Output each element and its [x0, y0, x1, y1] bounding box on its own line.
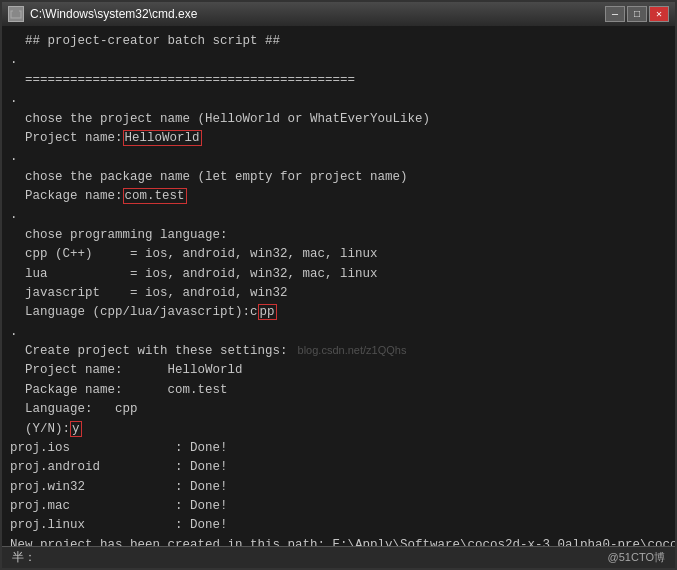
console-line: lua = ios, android, win32, mac, linux — [10, 265, 667, 284]
titlebar-controls: — □ ✕ — [605, 6, 669, 22]
console-line: proj.linux : Done! — [10, 516, 667, 535]
console-line: Project name:HelloWorld — [10, 129, 667, 148]
window-icon — [8, 6, 24, 22]
console-line: Project name: HelloWorld — [10, 361, 667, 380]
window: C:\Windows\system32\cmd.exe — □ ✕ ## pro… — [0, 0, 677, 570]
console-line: . — [10, 206, 667, 225]
console-line: . — [10, 323, 667, 342]
console-line: . — [10, 148, 667, 167]
titlebar-left: C:\Windows\system32\cmd.exe — [8, 6, 197, 22]
console-area: ## project-creator batch script ##. ====… — [2, 26, 675, 546]
console-output: ## project-creator batch script ##. ====… — [2, 26, 675, 546]
maximize-button[interactable]: □ — [627, 6, 647, 22]
svg-rect-0 — [11, 11, 21, 18]
console-line: Package name:com.test — [10, 187, 667, 206]
console-line: . — [10, 51, 667, 70]
window-title: C:\Windows\system32\cmd.exe — [30, 7, 197, 21]
console-line: (Y/N):y — [10, 420, 667, 439]
console-line: proj.android : Done! — [10, 458, 667, 477]
console-line: proj.win32 : Done! — [10, 478, 667, 497]
console-line: chose the package name (let empty for pr… — [10, 168, 667, 187]
console-line: ## project-creator batch script ## — [10, 32, 667, 51]
status-bar: 半： @51CTO博 — [2, 546, 675, 568]
console-line: Create project with these settings:blog.… — [10, 342, 667, 361]
console-line: New project has been created in this pat… — [10, 536, 667, 546]
console-line: ========================================… — [10, 71, 667, 90]
status-right: @51CTO博 — [608, 550, 665, 565]
console-line: javascript = ios, android, win32 — [10, 284, 667, 303]
minimize-button[interactable]: — — [605, 6, 625, 22]
close-button[interactable]: ✕ — [649, 6, 669, 22]
svg-rect-1 — [13, 9, 19, 12]
console-line: Language: cpp — [10, 400, 667, 419]
console-line: Package name: com.test — [10, 381, 667, 400]
console-line: cpp (C++) = ios, android, win32, mac, li… — [10, 245, 667, 264]
status-left: 半： — [12, 549, 36, 566]
console-line: proj.ios : Done! — [10, 439, 667, 458]
titlebar: C:\Windows\system32\cmd.exe — □ ✕ — [2, 2, 675, 26]
console-line: proj.mac : Done! — [10, 497, 667, 516]
console-line: Language (cpp/lua/javascript):cpp — [10, 303, 667, 322]
console-line: chose programming language: — [10, 226, 667, 245]
console-line: chose the project name (HelloWorld or Wh… — [10, 110, 667, 129]
console-line: . — [10, 90, 667, 109]
